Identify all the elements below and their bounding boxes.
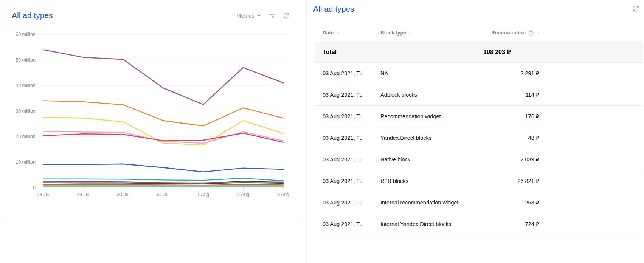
ad-types-line-chart[interactable]: 010 million20 million30 million40 millio… [7, 25, 296, 204]
metrics-dropdown[interactable]: Metrics [236, 12, 261, 19]
x-axis-tick-label: 28 Jul [37, 192, 49, 197]
column-label: Date [323, 30, 334, 36]
chart-panel: All ad types Metrics [4, 3, 299, 223]
remuneration-cell: 176 ₽ [483, 113, 539, 119]
x-axis-tick-label: 30 Jul [117, 192, 129, 197]
series-line-blue [43, 164, 283, 172]
date-cell: 03 Aug 2021, Tu [323, 135, 380, 141]
series-line-purple [43, 50, 283, 105]
series-line-crimson [43, 133, 283, 142]
block-type-cell: Native block [380, 156, 483, 162]
table-panel-title[interactable]: All ad types [313, 5, 354, 14]
total-label: Total [323, 49, 380, 56]
date-cell: 03 Aug 2021, Tu [323, 221, 380, 227]
series-line-green [43, 185, 283, 186]
chart-panel-title[interactable]: All ad types [12, 11, 53, 20]
refresh-icon [283, 12, 289, 19]
table-panel: All ad types Date ↓↑ Block type ↓↑ Remun… [306, 0, 644, 263]
remuneration-cell: 263 ₽ [483, 200, 539, 206]
column-header-date[interactable]: Date ↓↑ [323, 30, 380, 36]
sliders-icon [269, 13, 275, 19]
table-body: 03 Aug 2021, TuNA2 291 ₽03 Aug 2021, TuA… [315, 63, 643, 235]
date-cell: 03 Aug 2021, Tu [323, 92, 380, 98]
series-line-teal [43, 178, 283, 181]
chevron-down-icon [257, 14, 261, 17]
sort-icon: ↓↑ [536, 30, 539, 35]
refresh-icon [633, 5, 639, 12]
y-axis-tick-label: 50 million [16, 57, 36, 63]
date-cell: 03 Aug 2021, Tu [323, 178, 380, 184]
block-type-cell: RTB blocks [380, 178, 483, 184]
chart-panel-header: All ad types Metrics [4, 3, 299, 25]
y-axis-tick-label: 30 million [16, 108, 36, 114]
date-cell: 03 Aug 2021, Tu [323, 113, 380, 119]
x-axis-tick-label: 3 Aug [277, 192, 289, 197]
total-value: 108 203 ₽ [483, 48, 539, 56]
remuneration-cell: 724 ₽ [483, 221, 539, 227]
y-axis-tick-label: 10 million [16, 159, 36, 165]
help-icon[interactable]: ? [528, 30, 534, 36]
table-row: 03 Aug 2021, TuRTB blocks26 821 ₽ [315, 170, 643, 192]
y-axis-tick-label: 0 [33, 185, 36, 190]
x-axis-tick-label: 2 Aug [237, 192, 249, 197]
block-type-cell: Internal Yandex.Direct blocks [380, 221, 483, 227]
sort-icon: ↓↑ [408, 30, 412, 35]
remuneration-cell: 48 ₽ [483, 135, 539, 141]
column-label: Block type [380, 30, 406, 36]
table-row: 03 Aug 2021, TuAdblock blocks114 ₽ [315, 84, 643, 106]
table-row: 03 Aug 2021, TuNA2 291 ₽ [315, 63, 643, 84]
remuneration-cell: 26 821 ₽ [483, 178, 539, 184]
y-axis-tick-label: 60 million [16, 32, 36, 37]
date-cell: 03 Aug 2021, Tu [323, 70, 380, 76]
total-row: Total 108 203 ₽ [315, 42, 643, 63]
table-header-row: Date ↓↑ Block type ↓↑ Remuneration ? ↓↑ [315, 23, 643, 42]
table-row: 03 Aug 2021, TuInternal Yandex.Direct bl… [315, 213, 643, 235]
series-line-light-pink [43, 132, 283, 144]
column-header-block-type[interactable]: Block type ↓↑ [380, 30, 483, 36]
sort-icon: ↓↑ [336, 30, 339, 35]
chart-refresh-button[interactable] [283, 12, 289, 19]
block-type-cell: Adblock blocks [380, 92, 483, 98]
x-axis-tick-label: 29 Jul [77, 192, 89, 197]
column-header-remuneration[interactable]: Remuneration ? ↓↑ [483, 30, 539, 36]
table-row: 03 Aug 2021, TuInternal recommendation w… [315, 192, 643, 213]
table-row: 03 Aug 2021, TuNative block2 039 ₽ [315, 149, 643, 170]
column-label: Remuneration [491, 30, 526, 36]
remuneration-cell: 2 039 ₽ [483, 156, 539, 162]
x-axis-tick-label: 1 Aug [197, 192, 209, 197]
block-type-cell: Recommendation widget [380, 113, 483, 119]
table-refresh-button[interactable] [633, 5, 639, 12]
chart-controls: Metrics [236, 12, 289, 19]
block-type-cell: Yandex.Direct blocks [380, 135, 483, 141]
remuneration-table: Date ↓↑ Block type ↓↑ Remuneration ? ↓↑ … [315, 23, 643, 235]
block-type-cell: Internal recommendation widget [380, 200, 483, 206]
table-row: 03 Aug 2021, TuYandex.Direct blocks48 ₽ [315, 127, 643, 149]
y-axis-tick-label: 40 million [16, 83, 36, 88]
block-type-cell: NA [380, 70, 483, 76]
metrics-dropdown-label: Metrics [236, 12, 254, 19]
date-cell: 03 Aug 2021, Tu [323, 200, 380, 206]
table-row: 03 Aug 2021, TuRecommendation widget176 … [315, 106, 643, 127]
chart-settings-button[interactable] [269, 13, 275, 19]
remuneration-cell: 2 291 ₽ [483, 70, 539, 76]
date-cell: 03 Aug 2021, Tu [323, 156, 380, 162]
y-axis-tick-label: 20 million [16, 134, 36, 139]
x-axis-tick-label: 31 Jul [157, 192, 169, 197]
series-line-pale-teal [43, 186, 283, 187]
remuneration-cell: 114 ₽ [483, 92, 539, 98]
